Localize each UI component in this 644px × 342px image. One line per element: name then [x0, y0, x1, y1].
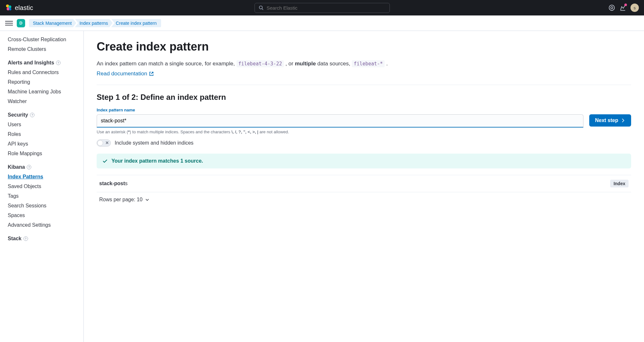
sidebar-item-saved-objects[interactable]: Saved Objects: [0, 182, 83, 191]
page-title: Create index pattern: [97, 40, 631, 53]
news-icon[interactable]: [620, 5, 626, 11]
notification-dot: [624, 4, 627, 6]
svg-point-6: [609, 5, 615, 11]
match-name: stack-posts: [99, 181, 128, 186]
sidebar-item-tags[interactable]: Tags: [0, 191, 83, 201]
brand-name: elastic: [15, 4, 33, 12]
svg-point-3: [9, 8, 11, 10]
subbar: D Stack Management Index patterns Create…: [0, 15, 644, 31]
input-label: Index pattern name: [97, 108, 631, 112]
user-avatar[interactable]: s: [630, 4, 639, 12]
sidebar-item-remote-clusters[interactable]: Remote Clusters: [0, 44, 83, 54]
sidebar-item-search-sessions[interactable]: Search Sessions: [0, 201, 83, 211]
toggle-label: Include system and hidden indices: [115, 140, 194, 146]
next-step-button[interactable]: Next step: [589, 114, 631, 127]
rows-per-page-selector[interactable]: Rows per page: 10: [97, 192, 631, 207]
sidebar-item-ccr[interactable]: Cross-Cluster Replication: [0, 35, 83, 44]
topbar: elastic s: [0, 0, 644, 15]
chevron-right-icon: [621, 118, 625, 123]
info-icon[interactable]: ?: [27, 165, 31, 169]
sidebar-section-kibana: Kibana?: [0, 158, 83, 172]
svg-line-5: [262, 9, 263, 10]
space-selector[interactable]: D: [17, 19, 25, 27]
sidebar-section-stack: Stack?: [0, 230, 83, 243]
brand-logo[interactable]: elastic: [5, 4, 33, 12]
sidebar: Cross-Cluster Replication Remote Cluster…: [0, 31, 84, 342]
sidebar-item-reporting[interactable]: Reporting: [0, 77, 83, 87]
step-title: Step 1 of 2: Define an index pattern: [97, 93, 631, 102]
include-system-toggle[interactable]: ✕: [97, 139, 111, 147]
code-example-1: filebeat-4-3-22: [236, 60, 284, 67]
elastic-logo-icon: [5, 4, 12, 11]
sidebar-item-index-patterns[interactable]: Index Patterns: [0, 172, 83, 182]
x-icon: ✕: [105, 140, 109, 145]
info-icon[interactable]: ?: [56, 61, 61, 65]
search-input[interactable]: [266, 5, 385, 11]
match-type-badge: Index: [610, 180, 629, 187]
main-content: Create index pattern An index pattern ca…: [84, 31, 644, 342]
global-search[interactable]: [255, 3, 390, 13]
sidebar-item-ml-jobs[interactable]: Machine Learning Jobs: [0, 87, 83, 97]
page-description: An index pattern can match a single sour…: [97, 59, 631, 68]
sidebar-item-api-keys[interactable]: API keys: [0, 139, 83, 149]
sidebar-item-watcher[interactable]: Watcher: [0, 97, 83, 106]
check-icon: [102, 158, 108, 164]
info-icon[interactable]: ?: [30, 113, 34, 117]
sidebar-item-rules[interactable]: Rules and Connectors: [0, 68, 83, 77]
sidebar-item-spaces[interactable]: Spaces: [0, 211, 83, 220]
breadcrumbs: Stack Management Index patterns Create i…: [29, 19, 161, 27]
sidebar-section-alerts: Alerts and Insights?: [0, 54, 83, 68]
svg-point-4: [259, 6, 262, 9]
documentation-link[interactable]: Read documentation: [97, 71, 154, 77]
sidebar-item-advanced-settings[interactable]: Advanced Settings: [0, 220, 83, 230]
success-callout: Your index pattern matches 1 source.: [97, 154, 631, 168]
nav-toggle-icon[interactable]: [5, 19, 13, 27]
sidebar-item-roles[interactable]: Roles: [0, 129, 83, 139]
breadcrumb-index-patterns[interactable]: Index patterns: [75, 19, 113, 27]
info-icon[interactable]: ?: [24, 236, 28, 241]
match-row: stack-posts Index: [97, 175, 631, 192]
chevron-down-icon: [145, 197, 149, 202]
code-example-2: filebeat-*: [352, 60, 385, 67]
divider: [97, 85, 631, 85]
external-link-icon: [149, 71, 154, 76]
input-help-text: Use an asterisk (*) to match multiple in…: [97, 129, 631, 134]
svg-point-7: [611, 7, 613, 9]
search-icon: [259, 5, 264, 10]
sidebar-section-security: Security?: [0, 106, 83, 120]
help-icon[interactable]: [609, 5, 615, 11]
sidebar-item-users[interactable]: Users: [0, 120, 83, 129]
breadcrumb-stack-management[interactable]: Stack Management: [29, 19, 76, 27]
sidebar-item-role-mappings[interactable]: Role Mappings: [0, 149, 83, 158]
index-pattern-name-input[interactable]: [97, 114, 583, 128]
breadcrumb-create-index-pattern[interactable]: Create index pattern: [111, 19, 161, 27]
